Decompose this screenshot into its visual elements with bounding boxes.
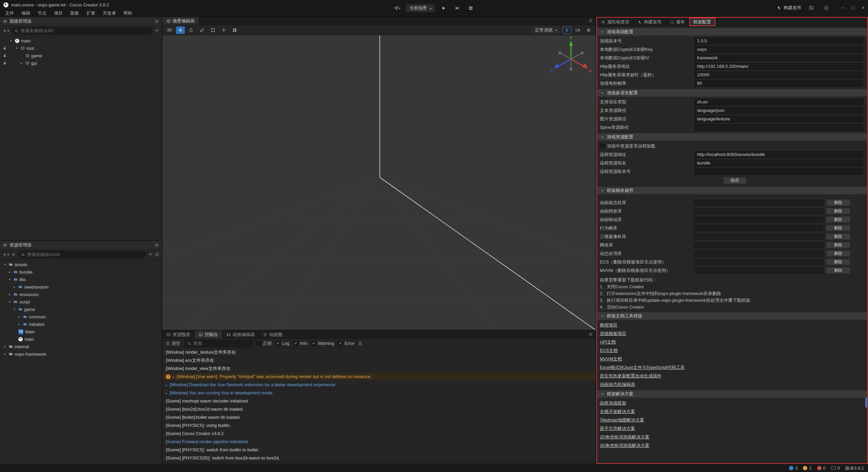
delete-module-button[interactable]: 删除	[826, 250, 850, 257]
save-button[interactable]: 保存	[723, 177, 746, 184]
panel-menu-icon[interactable]	[155, 19, 159, 23]
expand-arrow-icon[interactable]	[15, 46, 19, 50]
doc-link[interactable]: MVVM文档	[600, 356, 622, 362]
expand-arrow-icon[interactable]	[3, 263, 7, 266]
scene-viewport[interactable]: Y X Z	[162, 35, 596, 330]
scene-camera-button[interactable]	[573, 26, 582, 34]
solution-link[interactable]: 全栈开发解决方案	[600, 409, 635, 415]
assets-filter-button[interactable]	[149, 253, 153, 257]
menu-node[interactable]: 节点	[34, 10, 50, 16]
status-error-count[interactable]: 0	[817, 466, 826, 471]
asset-node-resources[interactable]: resources	[0, 291, 162, 298]
filter-warning-checkbox[interactable]: Warning	[311, 341, 334, 346]
http-server-input[interactable]	[694, 63, 863, 70]
menu-panel[interactable]: 面板	[66, 10, 83, 16]
play-button[interactable]	[439, 4, 449, 12]
remote-version-input[interactable]	[694, 168, 863, 175]
log-row[interactable]: [Scene] [box2d]:box2d wasm lib loaded.	[162, 405, 596, 413]
tab-property-inspector[interactable]: 属性检查器	[597, 18, 634, 26]
sort-assets-button[interactable]	[12, 253, 16, 257]
remote-res-url-input[interactable]	[694, 151, 863, 158]
solution-link[interactable]: 3D角色扮演游戏解决方案	[600, 442, 650, 449]
delete-module-button[interactable]: 删除	[826, 216, 850, 223]
orientation-gizmo[interactable]: Y X Z	[549, 36, 593, 80]
expand-arrow-icon[interactable]	[19, 61, 24, 65]
pivot-toggle-button[interactable]	[230, 26, 239, 34]
filter-error-checkbox[interactable]: Error	[338, 341, 354, 346]
tab-build-publish[interactable]: 构建发布	[634, 18, 666, 26]
hierarchy-node-game[interactable]: game	[0, 52, 162, 59]
lighting-toggle-button[interactable]	[563, 26, 571, 34]
tab-animation-editor[interactable]: 动画编辑器	[222, 331, 259, 338]
log-row[interactable]: [Scene] [PHYSICS]: using builtin.	[162, 421, 596, 430]
asset-node-Main[interactable]: TS Main	[0, 328, 162, 335]
section-i18n-config[interactable]: 游戏多语言配置	[597, 89, 867, 97]
solution-link[interactable]: Tiledmap地图解决方案	[600, 417, 644, 423]
transform-gizmo-button[interactable]	[219, 26, 228, 34]
delete-module-button[interactable]: 删除	[826, 259, 850, 265]
log-row[interactable]: [Scene] Cocos Creator v3.8.2	[162, 430, 596, 438]
tab-console[interactable]: 控制台	[195, 331, 222, 338]
expand-log-icon[interactable]	[166, 390, 167, 395]
http-timeout-input[interactable]	[694, 72, 863, 78]
tab-animation-graph[interactable]: 动画图	[259, 331, 287, 338]
regex-checkbox[interactable]: 正则	[256, 340, 272, 347]
crypto-key-input[interactable]	[694, 46, 863, 53]
menu-developer[interactable]: 开发者	[99, 10, 120, 16]
asset-node-initialize[interactable]: initialize	[0, 320, 162, 328]
toggle-3d-button[interactable]: 3D	[165, 26, 174, 34]
log-row-info[interactable]: [Window] Download the Vue Devtools exten…	[162, 381, 596, 389]
fps-input[interactable]	[694, 80, 863, 87]
build-publish-button[interactable]: 构建发布	[777, 5, 801, 11]
hierarchy-node-gui[interactable]: gui	[0, 59, 162, 67]
hierarchy-node-root[interactable]: root	[0, 44, 162, 52]
asset-node-common[interactable]: common	[0, 313, 162, 320]
panel-menu-icon[interactable]	[589, 19, 593, 23]
assets-search-input[interactable]	[27, 252, 143, 257]
delete-module-button[interactable]: 删除	[826, 233, 850, 240]
delete-module-button[interactable]: 删除	[826, 242, 850, 248]
current-scene-dropdown[interactable]: 当前场景	[406, 4, 435, 12]
rect-tool-button[interactable]	[209, 26, 217, 34]
spine-res-path-input[interactable]	[694, 124, 863, 131]
asset-node-script[interactable]: script	[0, 298, 162, 306]
expand-arrow-icon[interactable]	[9, 39, 13, 42]
log-row[interactable]: [Scene] meshopt wasm decoder initialized	[162, 397, 596, 405]
log-row[interactable]: [Scene] [PHYSICS]: switch from builtin t…	[162, 446, 596, 454]
create-node-button[interactable]	[3, 29, 9, 33]
doc-link[interactable]: 游戏模板项目	[600, 331, 626, 337]
scale-tool-button[interactable]	[198, 26, 206, 34]
tab-asset-preview[interactable]: 资源预览	[162, 331, 195, 338]
menu-help[interactable]: 帮助	[120, 10, 136, 16]
preview-image-button[interactable]	[807, 4, 816, 12]
menu-file[interactable]: 文件	[1, 10, 18, 16]
lock-icon[interactable]	[3, 46, 7, 50]
lock-icon[interactable]	[3, 61, 7, 65]
delete-module-button[interactable]: 删除	[826, 225, 850, 231]
expand-arrow-icon[interactable]	[3, 352, 7, 356]
asset-node-game[interactable]: game	[0, 306, 162, 313]
log-row[interactable]: [Scene] [bullet]:bullet wasm lib loaded.	[162, 413, 596, 421]
remote-load-checkbox[interactable]	[600, 144, 605, 149]
asset-node-libs[interactable]: libs	[0, 276, 162, 283]
doc-link[interactable]: ECS文档	[600, 348, 618, 354]
expand-arrow-icon[interactable]	[12, 308, 17, 311]
panel-menu-icon[interactable]	[589, 332, 593, 336]
scene-settings-button[interactable]	[584, 26, 593, 34]
layout-grid-button[interactable]	[466, 4, 476, 12]
log-row-info[interactable]: [Scene] Forward render pipeline initiali…	[162, 438, 596, 446]
section-solutions[interactable]: 框架解决方案	[597, 390, 867, 398]
filter-log-checkbox[interactable]: Log	[276, 341, 290, 346]
expand-arrow-icon[interactable]	[7, 300, 12, 303]
asset-node-assets[interactable]: assets	[0, 261, 162, 268]
help-button[interactable]	[822, 4, 831, 12]
create-asset-button[interactable]	[3, 253, 9, 257]
lock-icon[interactable]	[3, 54, 7, 58]
inspector-scrollbar[interactable]	[865, 397, 867, 408]
clear-console-button[interactable]: 清空	[166, 340, 180, 347]
move-tool-button[interactable]	[176, 26, 185, 34]
view-mode-dropdown[interactable]: 正常浏览	[532, 26, 560, 34]
crypto-iv-input[interactable]	[694, 55, 863, 61]
expand-log-icon[interactable]	[166, 382, 167, 387]
doc-link[interactable]: 动画状态机编辑器	[600, 381, 635, 388]
